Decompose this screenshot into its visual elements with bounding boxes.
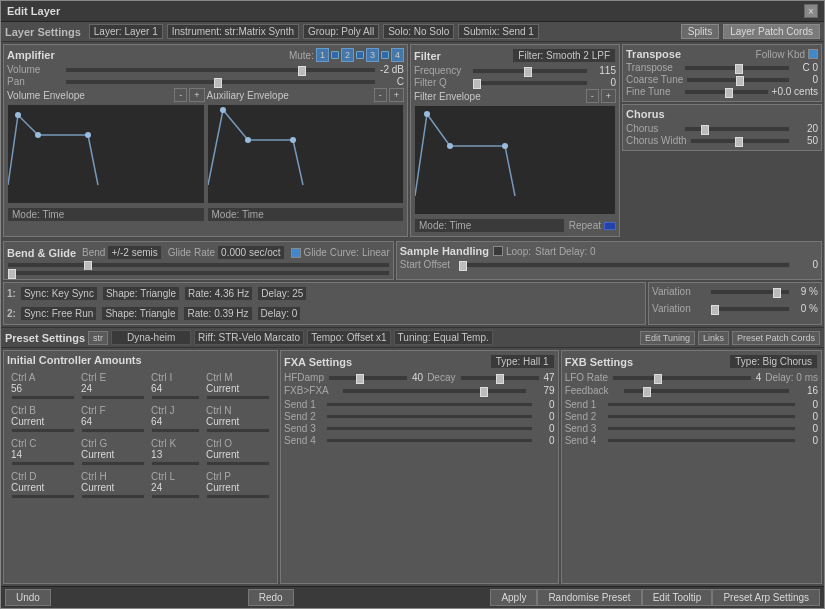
chorus-slider[interactable] — [684, 126, 790, 132]
fxb-send4-slider[interactable] — [607, 438, 796, 443]
filter-env-plus[interactable]: + — [601, 89, 616, 103]
links-btn[interactable]: Links — [698, 331, 729, 345]
ctrl-c-slider[interactable] — [11, 461, 75, 466]
fxb-send3-slider[interactable] — [607, 426, 796, 431]
chorus-width-slider[interactable] — [690, 138, 790, 144]
ctrl-h-name: Ctrl H — [81, 471, 107, 482]
glide-curve-checkbox[interactable] — [291, 248, 301, 258]
ctrl-j-slider[interactable] — [151, 428, 200, 433]
fxb-send1-slider[interactable] — [607, 402, 796, 407]
pan-slider[interactable] — [65, 79, 376, 85]
main-window: Edit Layer × Layer Settings Layer: Layer… — [0, 0, 825, 609]
glide-rate-slider[interactable] — [7, 270, 390, 276]
repeat-led[interactable] — [604, 222, 616, 230]
filterq-slider[interactable] — [472, 80, 588, 86]
close-button[interactable]: × — [804, 4, 818, 18]
feedback-slider[interactable] — [623, 388, 790, 394]
filter-type-btn[interactable]: Filter: Smooth 2 LPF — [512, 48, 616, 63]
redo-button[interactable]: Redo — [248, 589, 294, 606]
frequency-slider[interactable] — [472, 68, 588, 74]
apply-button[interactable]: Apply — [490, 589, 537, 606]
tempo-field[interactable]: Tempo: Offset x1 — [307, 330, 390, 345]
volume-label: Volume — [7, 64, 62, 75]
lfo2-delay[interactable]: Delay: 0 — [257, 306, 302, 321]
glide-rate-value[interactable]: 0.000 sec/oct — [217, 245, 284, 260]
undo-button[interactable]: Undo — [5, 589, 51, 606]
ctrl-m-slider[interactable] — [206, 395, 270, 400]
start-offset-slider[interactable] — [458, 262, 790, 268]
fxa-send2-slider[interactable] — [326, 414, 533, 419]
ctrl-o-slider[interactable] — [206, 461, 270, 466]
lfo1-shape[interactable]: Shape: Triangle — [102, 286, 180, 301]
lfo2-shape[interactable]: Shape: Triangle — [101, 306, 179, 321]
chorus-title: Chorus — [626, 108, 818, 120]
lfo1-rate[interactable]: Rate: 4.36 Hz — [184, 286, 253, 301]
aux-env-plus[interactable]: + — [389, 88, 404, 102]
ctrl-n-slider[interactable] — [206, 428, 270, 433]
instrument-field[interactable]: Instrument: str:Matrix Synth — [167, 24, 299, 39]
fxb-type-btn[interactable]: Type: Big Chorus — [729, 354, 818, 369]
lfo-rate-slider[interactable] — [612, 375, 752, 381]
fxa-send4-slider[interactable] — [326, 438, 533, 443]
ctrl-d-slider[interactable] — [11, 494, 75, 499]
preset-name-field[interactable]: Dyna-heim — [111, 330, 191, 345]
fxa-send1-slider[interactable] — [326, 402, 533, 407]
submix-field[interactable]: Submix: Send 1 — [458, 24, 539, 39]
volume-slider[interactable] — [65, 67, 376, 73]
ctrl-e-slider[interactable] — [81, 395, 145, 400]
fxa-send3-slider[interactable] — [326, 426, 533, 431]
mute-btn-3[interactable]: 3 — [366, 48, 379, 62]
mute-btn-2[interactable]: 2 — [341, 48, 354, 62]
tuning-field[interactable]: Tuning: Equal Temp. — [394, 330, 493, 345]
hfdamp-slider[interactable] — [328, 375, 408, 381]
fxa-type-btn[interactable]: Type: Hall 1 — [490, 354, 555, 369]
fxb-send2-slider[interactable] — [607, 414, 796, 419]
ctrl-f-slider[interactable] — [81, 428, 145, 433]
tab-layer-patch-cords[interactable]: Layer Patch Cords — [723, 24, 820, 39]
solo-field[interactable]: Solo: No Solo — [383, 24, 454, 39]
riff-field[interactable]: Riff: STR-Velo Marcato — [194, 330, 304, 345]
coarse-tune-slider[interactable] — [686, 77, 790, 83]
lfo2-rate[interactable]: Rate: 0.39 Hz — [183, 306, 252, 321]
ctrl-i-slider[interactable] — [151, 395, 200, 400]
fxb-fxa-slider[interactable] — [342, 388, 527, 394]
group-field[interactable]: Group: Poly All — [303, 24, 379, 39]
vol-env-plus[interactable]: + — [189, 88, 204, 102]
transpose-slider[interactable] — [684, 65, 790, 71]
tab-splits[interactable]: Splits — [681, 24, 719, 39]
mute-btn-1[interactable]: 1 — [316, 48, 329, 62]
ctrl-g-slider[interactable] — [81, 461, 145, 466]
preset-arp-button[interactable]: Preset Arp Settings — [712, 589, 820, 606]
ctrl-a-slider[interactable] — [11, 395, 75, 400]
follow-kbd-checkbox[interactable] — [808, 49, 818, 59]
ctrl-a-name: Ctrl A — [11, 372, 35, 383]
filter-envelope-display — [414, 105, 616, 215]
lfo1-sync[interactable]: Sync: Key Sync — [20, 286, 98, 301]
ctrl-p-slider[interactable] — [206, 494, 270, 499]
ctrl-n-name: Ctrl N — [206, 405, 232, 416]
randomise-button[interactable]: Randomise Preset — [537, 589, 641, 606]
variation2-slider[interactable] — [710, 306, 790, 312]
fine-tune-slider[interactable] — [684, 89, 769, 95]
repeat-label: Repeat — [569, 220, 601, 231]
ctrl-h-slider[interactable] — [81, 494, 145, 499]
ctrl-l-slider[interactable] — [151, 494, 200, 499]
decay-slider[interactable] — [460, 375, 540, 381]
loop-checkbox[interactable] — [493, 246, 503, 256]
vol-env-minus[interactable]: - — [174, 88, 187, 102]
layer-field[interactable]: Layer: Layer 1 — [89, 24, 163, 39]
lfo1-delay[interactable]: Delay: 25 — [257, 286, 307, 301]
preset-patch-cords-btn[interactable]: Preset Patch Cords — [732, 331, 820, 345]
mute-btn-4[interactable]: 4 — [391, 48, 404, 62]
ctrl-b-slider[interactable] — [11, 428, 75, 433]
variation1-slider[interactable] — [710, 289, 790, 295]
lfo2-sync[interactable]: Sync: Free Run — [20, 306, 97, 321]
filter-env-minus[interactable]: - — [586, 89, 599, 103]
bend-slider[interactable] — [7, 262, 390, 268]
str-btn[interactable]: str — [88, 331, 108, 345]
aux-env-minus[interactable]: - — [374, 88, 387, 102]
ctrl-k-slider[interactable] — [151, 461, 200, 466]
edit-tuning-btn[interactable]: Edit Tuning — [640, 331, 695, 345]
bend-value[interactable]: +/-2 semis — [107, 245, 161, 260]
edit-tooltip-button[interactable]: Edit Tooltip — [642, 589, 713, 606]
